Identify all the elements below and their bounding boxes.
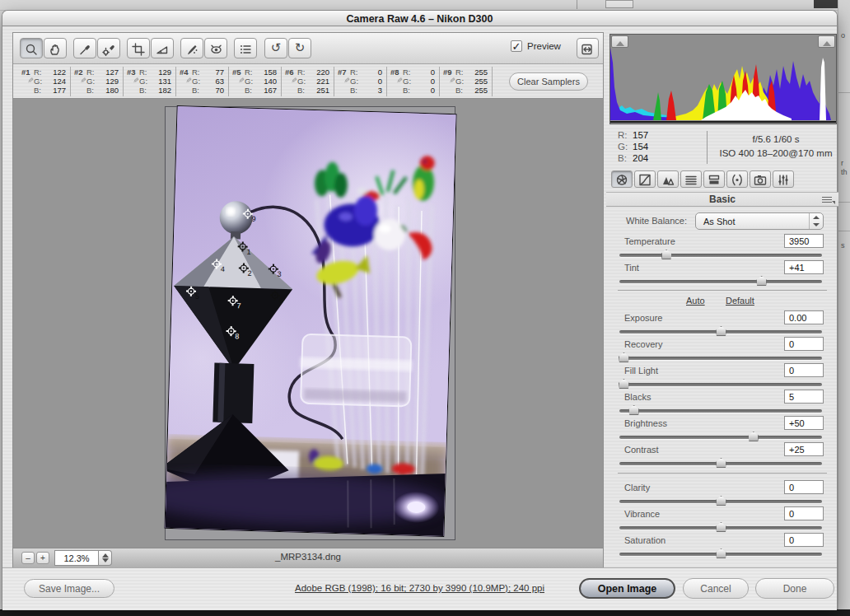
vibrance-value-field[interactable]: 0 [784,506,824,520]
tab-hsl-grayscale[interactable] [680,170,702,188]
sampler-7: #7R:0✎G:0B:3 [334,67,387,96]
exposure-value-field[interactable]: 0.00 [784,310,824,324]
slider-track[interactable] [619,553,822,556]
slider-saturation: Saturation 0 [606,535,838,560]
rotate-right-button[interactable]: ↻ [288,38,311,58]
retouch-tool-button[interactable] [180,38,203,58]
straighten-tool-button[interactable] [151,38,174,58]
sample-point-number: 2 [248,270,252,278]
save-image-button[interactable]: Save Image... [24,579,114,598]
tab-basic[interactable] [611,170,633,188]
sample-point-number: 3 [278,271,282,278]
clarity-value-field[interactable]: 0 [784,480,824,494]
preview-checkbox[interactable]: ✓ [511,40,522,52]
contrast-value-field[interactable]: +25 [784,442,824,456]
open-image-button[interactable]: Open Image [579,578,675,599]
preview-toggle[interactable]: ✓ Preview [511,40,561,52]
sample-point-6[interactable]: 6 [270,291,280,301]
slider-track[interactable] [619,526,822,530]
panel-menu-icon[interactable] [822,197,832,203]
slider-thumb[interactable] [756,276,767,286]
recovery-value-field[interactable]: 0 [784,337,824,351]
slider-thumb[interactable] [716,522,726,532]
histogram [609,34,837,124]
auto-link[interactable]: Auto [686,296,705,306]
slider-thumb[interactable] [716,548,726,558]
tab-lens-corrections[interactable] [726,170,748,188]
background-bottom-strip [0,609,850,616]
sample-point-4[interactable]: 4 [212,259,222,268]
zoom-tool-button[interactable] [20,38,43,58]
slider-thumb[interactable] [661,250,672,259]
sample-point-3[interactable]: 3 [269,264,278,273]
sample-point-8[interactable]: 8 [226,326,236,336]
titlebar[interactable]: Camera Raw 4.6 – Nikon D300 [2,11,837,26]
slider-track[interactable] [619,357,822,360]
sample-point-5[interactable]: 5 [186,287,196,296]
temperature-value-field[interactable]: 3950 [784,234,824,248]
image-plate: 123456789 [165,106,455,540]
preview-label: Preview [527,41,561,51]
saturation-value-field[interactable]: 0 [784,533,824,547]
eyedropper-icon: ✎ [285,77,297,86]
default-link[interactable]: Default [726,296,754,306]
tab-camera-calibration[interactable] [750,170,771,188]
brightness-value-field[interactable]: +50 [784,416,824,430]
slider-track[interactable] [619,409,822,413]
slider-track[interactable] [619,500,822,503]
sample-point-1[interactable]: 1 [237,241,247,251]
slider-thumb[interactable] [619,379,629,389]
sample-point-number: 6 [279,297,283,305]
slider-track[interactable] [619,280,822,283]
slider-track[interactable] [619,462,822,465]
sample-point-2[interactable]: 2 [239,263,249,273]
slider-thumb[interactable] [748,432,759,441]
blacks-value-field[interactable]: 5 [784,390,824,404]
slider-track[interactable] [619,383,822,386]
rotate-left-button[interactable]: ↺ [264,38,287,58]
slider-thumb[interactable] [716,458,726,468]
eyedropper-icon: ✎ [232,77,245,86]
sample-point-number: 1 [246,249,250,256]
tab-split-toning[interactable] [703,170,725,188]
tab-detail[interactable] [657,170,679,188]
hand-tool-button[interactable] [44,38,67,58]
sample-point-7[interactable]: 7 [228,296,238,306]
clear-samplers-button[interactable]: Clear Samplers [509,72,588,91]
slider-track[interactable] [619,436,822,439]
slider-track[interactable] [619,330,822,334]
select-stepper-icon [809,213,823,229]
eyedropper-icon: ✎ [338,77,350,86]
toggle-fullscreen-button[interactable] [577,38,599,58]
tint-value-field[interactable]: +41 [784,260,824,274]
white-balance-select[interactable]: As Shot [695,212,824,230]
slider-thumb[interactable] [619,352,629,362]
slider-thumb[interactable] [716,326,726,336]
tab-presets[interactable] [773,170,794,188]
fill-light-value-field[interactable]: 0 [784,363,824,377]
color-sampler-tool-button[interactable] [97,38,120,58]
white-balance-tool-button[interactable] [73,38,96,58]
rotate-ccw-icon: ↺ [271,40,282,55]
sampler-5: #5R:158✎G:140B:167 [229,67,282,96]
red-eye-tool-button[interactable] [204,38,227,58]
sample-point-9[interactable]: 9 [243,209,253,219]
photo-preview[interactable]: 123456789 [164,105,456,537]
panel-header: Basic [606,192,838,207]
tab-tone-curve[interactable] [634,170,656,188]
slider-clarity: Clarity 0 [606,483,838,507]
workflow-options-link[interactable]: Adobe RGB (1998); 16 bit; 2730 by 3990 (… [295,583,544,593]
basic-controls: White Balance: As Shot Temperature 3950 … [606,207,838,567]
slider-thumb[interactable] [716,496,726,506]
highlight-clipping-warning-button[interactable] [818,35,835,48]
image-canvas[interactable]: 123456789 [13,99,603,548]
window-title: Camera Raw 4.6 – Nikon D300 [347,13,493,25]
done-button[interactable]: Done [755,578,834,599]
cancel-button[interactable]: Cancel [683,578,749,599]
slider-track[interactable] [619,254,822,257]
slider-thumb[interactable] [628,405,639,415]
crop-tool-button[interactable] [127,38,150,58]
preferences-button[interactable] [234,38,257,58]
shadow-clipping-warning-button[interactable] [611,35,628,48]
sample-point-number: 8 [235,333,239,340]
